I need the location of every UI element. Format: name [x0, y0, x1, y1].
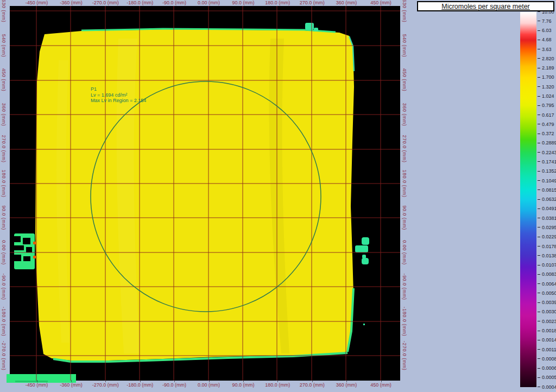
colorbar-tick-mark	[538, 68, 540, 68]
bottom-left-artifact	[7, 374, 76, 383]
colorbar-tick-mark	[538, 274, 540, 275]
x-axis-top-tick-label: 0.00 (mm)	[198, 0, 220, 6]
colorbar-tick-mark	[538, 189, 540, 190]
colorbar-tick-label: 0.0178	[538, 244, 556, 249]
y-axis-left-tick-label: 630 (mm)	[1, 0, 7, 22]
colorbar-tick-value: 0.2243	[542, 150, 556, 155]
left-edge-artifact	[14, 233, 36, 269]
region-p1-label: P1	[91, 86, 146, 92]
colorbar-tick-mark	[538, 302, 540, 303]
colorbar-tick-mark	[538, 152, 540, 153]
region-p1-annotation: P1 Lv = 1.694 cd/m² Max Lv in Region = 2…	[91, 86, 146, 104]
colorbar-tick-label: 0.617	[538, 112, 554, 118]
colorbar-tick-value: 0.2889	[542, 140, 556, 146]
colorbar-tick-mark	[538, 40, 540, 40]
colorbar-tick-mark	[538, 30, 540, 31]
falsecolor-image	[10, 6, 400, 381]
colorbar-tick-label: 3.63	[538, 47, 552, 52]
colorbar-tick-mark	[538, 58, 540, 59]
colorbar-tick-value: 2.820	[542, 56, 554, 61]
colorbar-tick-value: 0.0295	[542, 225, 556, 230]
y-axis-left-tick-label: 180.0 (mm)	[1, 169, 7, 197]
colorbar-tick-label: 0.0018	[538, 328, 556, 333]
colorbar-tick-mark	[538, 124, 540, 124]
x-axis-bottom-tick-label: -270.0 (mm)	[92, 382, 119, 388]
colorbar-tick-value: 0.0138	[542, 253, 556, 258]
colorbar-tick-mark	[538, 237, 540, 237]
x-axis-top-tick-label: -90.0 (mm)	[162, 0, 186, 6]
colorbar-tick-value: 0.0178	[542, 244, 556, 249]
colorbar-tick-label: 0.0491	[538, 206, 556, 211]
colorbar-tick-mark	[538, 340, 540, 340]
colorbar-tick-label: 4.68	[538, 37, 552, 42]
colorbar-tick-value: 1.320	[542, 84, 554, 90]
y-axis-right-tick-label: 270.0 (mm)	[402, 135, 407, 162]
colorbar-tick-value: 1.024	[542, 93, 554, 99]
colorbar-tick-value: 0.0005	[542, 375, 556, 380]
region-p1-max: Max Lv in Region = 2.154	[91, 98, 146, 104]
y-axis-right-tick-label: 630 (mm)	[402, 0, 407, 22]
colorbar-tick-label: 0.1049	[538, 178, 556, 184]
colorbar-tick-mark	[538, 199, 540, 200]
colorbar-tick-mark	[538, 321, 540, 321]
colorbar-tick-label: 2.189	[538, 65, 554, 71]
colorbar-tick-value: 0.372	[542, 131, 554, 136]
colorbar-tick-value: 0.0018	[542, 328, 556, 333]
colorbar-tick-label: 0.0023	[538, 319, 556, 324]
x-axis-tick-mark	[37, 380, 37, 382]
colorbar-tick-value: 2.189	[542, 65, 554, 71]
colorbar-tick-value: 0.0050	[542, 290, 556, 296]
measurement-viewer: P1 Lv = 1.694 cd/m² Max Lv in Region = 2…	[0, 0, 556, 392]
colorbar-tick-label: 0.795	[538, 103, 554, 108]
colorbar-tick-label: 0.372	[538, 131, 554, 136]
x-axis-tick-mark	[277, 380, 278, 382]
colorbar-tick-label: 1.320	[538, 84, 554, 90]
colorbar-tick-mark	[538, 77, 540, 78]
colorbar-tick-mark	[538, 377, 540, 378]
y-axis-left-tick-label: -90.0 (mm)	[1, 273, 7, 300]
x-axis-tick-mark	[381, 380, 382, 382]
x-axis-bottom-tick-label: 90.0 (mm)	[232, 382, 254, 388]
colorbar-tick-label: 0.1741	[538, 159, 556, 165]
x-axis-tick-mark	[105, 380, 106, 382]
colorbar-tick-mark	[538, 105, 540, 106]
colorbar-tick-label: 0.0295	[538, 225, 556, 230]
colorbar-tick-label: 0.0050	[538, 290, 556, 296]
colorbar-tick-value: 0.0030	[542, 309, 556, 314]
colorbar-tick-mark	[538, 134, 540, 134]
colorbar-tick-label: 0.0011	[538, 347, 556, 352]
colorbar-tick-value: 4.68	[542, 37, 552, 42]
x-axis-top-tick-label: -270.0 (mm)	[92, 0, 119, 6]
colorbar-gradient[interactable]	[520, 12, 536, 387]
colorbar-tick-label: 0.0008	[538, 356, 556, 362]
colorbar-tick-mark	[538, 143, 540, 143]
x-axis-top-tick-label: 90.0 (mm)	[232, 0, 254, 6]
colorbar-tick-mark	[538, 208, 540, 209]
y-axis-right-tick-label: 360 (mm)	[402, 103, 407, 126]
falsecolor-plot-area[interactable]: P1 Lv = 1.694 cd/m² Max Lv in Region = 2…	[10, 6, 400, 381]
colorbar-tick-mark	[538, 312, 540, 312]
colorbar-tick-label: 0.2243	[538, 150, 556, 155]
colorbar-tick-mark	[538, 387, 540, 387]
colorbar-tick-value: 0.0039	[542, 300, 556, 305]
x-axis-tick-mark	[140, 380, 141, 382]
y-axis-right-tick-label: 450 (mm)	[402, 68, 407, 92]
colorbar-tick-value: 0.0815	[542, 187, 556, 193]
colorbar-tick-mark	[538, 218, 540, 218]
colorbar-tick-label: 0.0138	[538, 253, 556, 258]
y-axis-left-tick-label: -270.0 (mm)	[1, 341, 7, 371]
colorbar-tick-mark	[538, 246, 540, 246]
colorbar-tick-mark	[538, 115, 540, 115]
colorbar-tick-value: 3.63	[542, 47, 552, 52]
x-axis-tick-mark	[209, 380, 210, 382]
colorbar-tick-label: 1.700	[538, 74, 554, 80]
x-axis-top-tick-label: -450 (mm)	[26, 0, 48, 6]
colorbar-tick-mark	[538, 21, 540, 21]
y-axis-right-tick-label: 90.0 (mm)	[402, 205, 407, 230]
x-axis-top-tick-label: 450 (mm)	[370, 0, 391, 6]
colorbar-tick-label: 0.0064	[538, 281, 556, 287]
colorbar-tick-label: 0.0815	[538, 187, 556, 193]
colorbar-tick-value: 0.0083	[542, 271, 556, 277]
x-axis-top-tick-label: 270.0 (mm)	[300, 0, 325, 6]
colorbar-tick-label: 6.03	[538, 28, 552, 33]
